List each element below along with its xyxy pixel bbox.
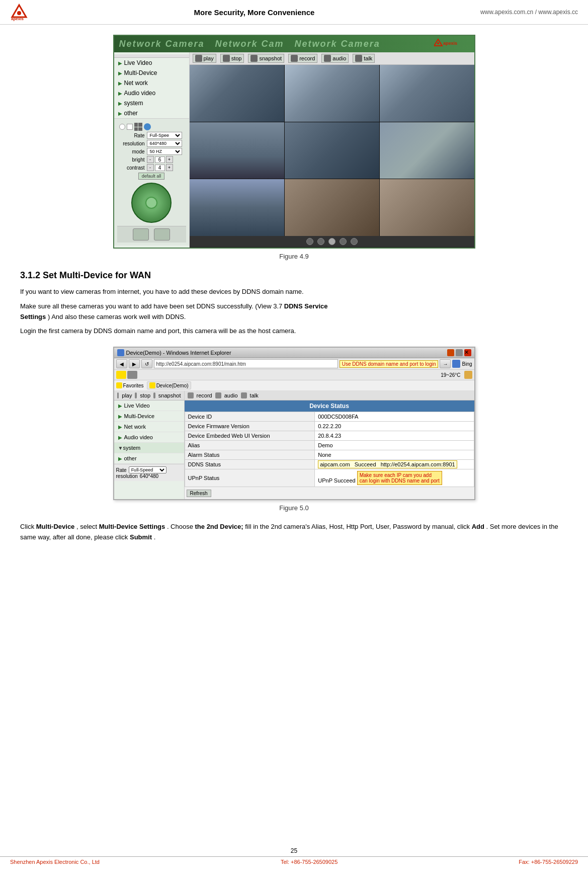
cam-nav-network[interactable]: ▶ Net work: [114, 78, 189, 88]
browser-go-btn[interactable]: →: [440, 359, 451, 368]
inner-cam-bottom: Rate Full-Speed resolution 640*480: [114, 464, 184, 481]
inner-nav-network[interactable]: ▶ Net work: [114, 422, 184, 432]
inner-nav-arrow: ▶: [118, 414, 122, 419]
browser-back-btn[interactable]: ◀: [116, 359, 127, 368]
browser-title-text: Device(Demo) - Windows Internet Explorer: [126, 350, 231, 356]
browser-nav-bar: ◀ ▶ ↺ http://e0254.aipcam.com:8901/main.…: [114, 358, 474, 370]
cam-nav-other[interactable]: ▶ other: [114, 108, 189, 118]
inner-rate-select[interactable]: Full-Speed: [129, 466, 166, 473]
video-nav-btn-2[interactable]: [317, 238, 324, 245]
snapshot-label: snapshot: [259, 55, 282, 61]
record-icon: [291, 55, 298, 62]
browser-refresh-nav-btn[interactable]: ↺: [141, 359, 152, 368]
cam-audio-btn[interactable]: audio: [321, 54, 349, 63]
browser-close-btn[interactable]: ✕: [464, 349, 471, 356]
table-cell-value: Demo: [315, 441, 474, 450]
device-demo-tab[interactable]: Device(Demo): [147, 381, 191, 389]
nav-label-network: Net work: [124, 79, 148, 87]
table-cell-label: DDNS Status: [185, 460, 315, 469]
camera-header: Network Camera Network Cam Network Camer…: [114, 36, 474, 52]
inner-nav-network-label: Net work: [124, 424, 146, 430]
browser-forward-btn[interactable]: ▶: [129, 359, 140, 368]
table-row: Alarm Status None: [185, 450, 474, 460]
table-cell-label: UPnP Status: [185, 469, 315, 487]
header-link1[interactable]: www.apexis.com.cn: [480, 9, 533, 16]
inner-nav-arrow: ▶: [118, 403, 122, 409]
weather-icon: [464, 371, 472, 379]
cam-rate-select[interactable]: Full-Spee: [147, 132, 182, 139]
video-grid: [190, 65, 474, 236]
table-cell-label: Alarm Status: [185, 450, 315, 460]
ddns-status-value: aipcam.com Succeed http://e0254.aipcam.c…: [318, 460, 457, 468]
browser-min-btn[interactable]: [447, 349, 454, 356]
video-nav-btn-4[interactable]: [340, 238, 347, 245]
cam-radio-btn[interactable]: [119, 124, 125, 130]
record-label: record: [299, 55, 315, 61]
header-tagline: More Security, More Convenience: [28, 8, 480, 17]
header-links: www.apexis.com.cn / www.apexis.cc: [480, 9, 578, 16]
inner-cam-sidebar: play stop snapshot ▶ Live Video ▶ Multi-…: [114, 391, 185, 499]
nav-label-other: other: [124, 110, 138, 117]
favorites-star-icon: [116, 382, 122, 388]
browser-max-btn[interactable]: [456, 349, 463, 356]
nav-arrow-icon: ▶: [118, 91, 122, 96]
favorites-label-area: Favorites: [116, 382, 144, 388]
inner-nav-multi-label: Multi-Device: [124, 413, 155, 419]
body-p2-bold2: Settings: [20, 313, 46, 320]
body-p2-end: ) And also these cameras work well with …: [48, 313, 186, 320]
video-nav-btn-5[interactable]: [351, 238, 358, 245]
bottom-btn-2[interactable]: [154, 228, 170, 240]
cam-contrast-minus[interactable]: -: [147, 164, 154, 171]
talk-label: talk: [364, 55, 372, 61]
header-link2[interactable]: www.apexis.cc: [538, 9, 578, 16]
inner-nav-live-video[interactable]: ▶ Live Video: [114, 400, 184, 411]
footer-page-number: 25: [0, 847, 588, 854]
ptz-center-btn[interactable]: [145, 197, 157, 209]
cam-bright-minus[interactable]: -: [147, 156, 154, 163]
cam-contrast-plus[interactable]: +: [166, 164, 173, 171]
video-nav-btn-1[interactable]: [306, 238, 313, 245]
cam-talk-btn[interactable]: talk: [353, 54, 375, 63]
video-cell-5: [285, 122, 379, 179]
cam-nav-audio-video[interactable]: ▶ Audio video: [114, 88, 189, 98]
cam-nav-live-video[interactable]: ▶ Live Video: [114, 58, 189, 68]
body-p2-start: Make sure all these cameras you want to …: [20, 302, 284, 310]
cam-mode-select[interactable]: 50 HZ: [147, 148, 182, 155]
inner-cam-toolbar: play stop snapshot: [114, 391, 184, 400]
inner-nav-multi-device[interactable]: ▶ Multi-Device: [114, 411, 184, 422]
cam-play-btn[interactable]: play: [193, 54, 216, 63]
inner-nav-system[interactable]: ▼ system: [114, 443, 184, 453]
inner-nav-other[interactable]: ▶ other: [114, 453, 184, 464]
refresh-row: Refresh: [185, 487, 474, 499]
table-row: Alias Demo: [185, 441, 474, 450]
cam-bright-plus[interactable]: +: [166, 156, 173, 163]
toolbar2-btn[interactable]: [127, 371, 137, 379]
refresh-button[interactable]: Refresh: [187, 490, 211, 497]
cam-resolution-select[interactable]: 640*480: [147, 140, 182, 147]
address-bar[interactable]: http://e0254.aipcam.com:8901/main.htm: [154, 359, 338, 368]
nav-arrow-icon: ▶: [118, 81, 122, 86]
inner-nav-arrow: ▶: [118, 424, 122, 430]
bottom-btn-1[interactable]: [133, 228, 149, 240]
table-cell-value: 20.8.4.23: [315, 431, 474, 441]
inner-cam-content: record audio talk Device Status Device I…: [185, 391, 474, 499]
snapshot-icon: [250, 55, 258, 62]
ptz-circle: [131, 183, 172, 223]
table-cell-label: Device Firmware Version: [185, 422, 315, 431]
page-header: apexis More Security, More Convenience w…: [0, 0, 588, 25]
ie-icon: [117, 349, 124, 356]
inner-stop-label: stop: [140, 392, 150, 398]
video-nav-btn-3[interactable]: [328, 238, 335, 245]
play-icon: [195, 55, 202, 62]
cam-sq-checkbox[interactable]: [127, 124, 133, 130]
cam-record-btn[interactable]: record: [288, 54, 317, 63]
inner-rate-row: Rate Full-Speed: [116, 466, 182, 473]
cam-nav-multi-device[interactable]: ▶ Multi-Device: [114, 68, 189, 78]
cam-nav-system[interactable]: ▶ system: [114, 98, 189, 108]
cam-snapshot-btn[interactable]: snapshot: [248, 54, 284, 63]
inner-nav-audio-video[interactable]: ▶ Audio video: [114, 432, 184, 443]
default-all-button[interactable]: default all: [138, 173, 165, 180]
inner-snapshot-label: snapshot: [158, 392, 181, 398]
cam-stop-btn[interactable]: stop: [220, 54, 244, 63]
section-heading: 3.1.2 Set Multi-Device for WAN: [20, 270, 568, 281]
